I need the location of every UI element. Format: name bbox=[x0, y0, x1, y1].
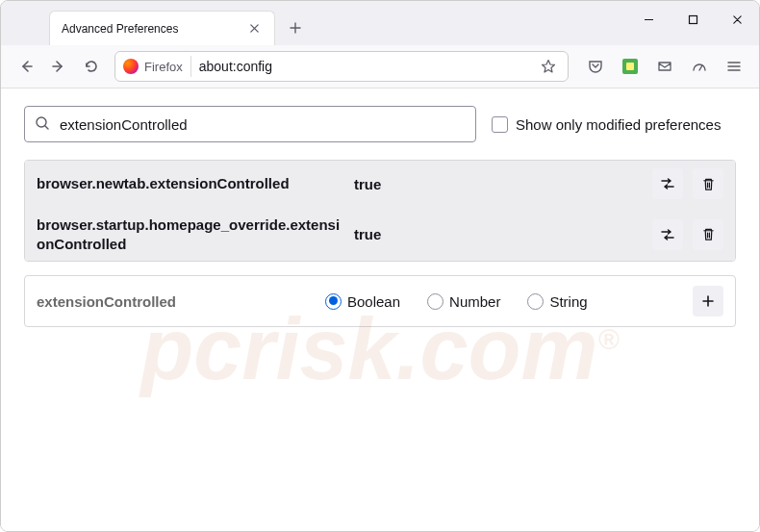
close-tab-button[interactable] bbox=[245, 20, 263, 38]
arrow-right-icon bbox=[51, 59, 66, 74]
preference-actions bbox=[652, 168, 723, 199]
plus-icon bbox=[700, 293, 716, 309]
search-row: Show only modified preferences bbox=[24, 106, 736, 142]
extension-button[interactable] bbox=[615, 51, 646, 82]
radio-label: Number bbox=[449, 293, 500, 310]
toolbar-extensions bbox=[580, 51, 749, 82]
pocket-button[interactable] bbox=[580, 51, 611, 82]
toggle-icon bbox=[660, 227, 675, 242]
minimize-button[interactable] bbox=[626, 1, 671, 38]
results-list: browser.newtab.extensionControlled true … bbox=[24, 160, 736, 262]
toggle-button[interactable] bbox=[652, 168, 683, 199]
preference-actions bbox=[652, 219, 723, 250]
extension-icon bbox=[622, 59, 638, 74]
browser-tab[interactable]: Advanced Preferences bbox=[49, 11, 275, 45]
reload-button[interactable] bbox=[76, 51, 107, 82]
radio-label: Boolean bbox=[347, 293, 400, 310]
delete-button[interactable] bbox=[693, 168, 723, 199]
close-window-button[interactable] bbox=[715, 1, 759, 38]
tab-title: Advanced Preferences bbox=[62, 22, 245, 36]
delete-button[interactable] bbox=[693, 219, 723, 250]
close-icon bbox=[249, 23, 260, 34]
bookmark-button[interactable] bbox=[537, 55, 560, 78]
pocket-icon bbox=[588, 59, 603, 74]
radio-boolean[interactable]: Boolean bbox=[325, 293, 400, 310]
preference-row[interactable]: browser.startup.homepage_override.extens… bbox=[25, 208, 735, 261]
radio-icon bbox=[325, 293, 342, 310]
forward-button[interactable] bbox=[43, 51, 74, 82]
preference-row[interactable]: browser.newtab.extensionControlled true bbox=[25, 161, 735, 208]
hamburger-icon bbox=[726, 59, 742, 74]
window-controls bbox=[626, 1, 759, 38]
add-button[interactable] bbox=[693, 286, 723, 317]
url-bar[interactable]: Firefox about:config bbox=[114, 51, 569, 82]
radio-label: String bbox=[549, 293, 587, 310]
toggle-icon bbox=[660, 176, 675, 191]
page-content: Show only modified preferences browser.n… bbox=[1, 89, 759, 531]
show-modified-checkbox[interactable]: Show only modified preferences bbox=[492, 116, 721, 133]
preference-value: true bbox=[354, 176, 652, 192]
search-input[interactable] bbox=[60, 116, 466, 133]
preference-value: true bbox=[354, 226, 652, 242]
titlebar: Advanced Preferences bbox=[1, 1, 759, 45]
maximize-icon bbox=[688, 14, 698, 25]
browser-window: Advanced Preferences bbox=[0, 0, 760, 532]
firefox-icon bbox=[123, 59, 139, 74]
radio-number[interactable]: Number bbox=[427, 293, 500, 310]
toggle-button[interactable] bbox=[652, 219, 683, 250]
star-icon bbox=[541, 59, 556, 74]
gauge-icon bbox=[692, 59, 707, 74]
checkbox-icon bbox=[492, 116, 508, 133]
radio-icon bbox=[427, 293, 443, 310]
identity-label: Firefox bbox=[144, 60, 183, 74]
svg-point-1 bbox=[37, 117, 46, 127]
trash-icon bbox=[701, 177, 716, 191]
back-button[interactable] bbox=[11, 51, 41, 82]
close-icon bbox=[732, 14, 743, 25]
search-box[interactable] bbox=[24, 106, 476, 142]
type-radio-group: Boolean Number String bbox=[325, 293, 693, 310]
trash-icon bbox=[701, 227, 716, 241]
arrow-left-icon bbox=[18, 59, 34, 74]
app-menu-button[interactable] bbox=[719, 51, 749, 82]
new-tab-button[interactable] bbox=[281, 13, 310, 42]
navigation-toolbar: Firefox about:config bbox=[1, 45, 759, 89]
svg-rect-0 bbox=[689, 15, 697, 23]
mail-button[interactable] bbox=[649, 51, 680, 82]
create-preference-name: extensionControlled bbox=[37, 293, 325, 310]
url-text: about:config bbox=[191, 59, 537, 74]
minimize-icon bbox=[644, 14, 654, 25]
dashboard-button[interactable] bbox=[684, 51, 715, 82]
checkbox-label: Show only modified preferences bbox=[516, 116, 721, 133]
reload-icon bbox=[84, 59, 99, 74]
plus-icon bbox=[289, 21, 302, 35]
radio-string[interactable]: String bbox=[527, 293, 587, 310]
radio-icon bbox=[527, 293, 544, 310]
search-icon bbox=[35, 115, 52, 133]
maximize-button[interactable] bbox=[671, 1, 715, 38]
preference-name: browser.newtab.extensionControlled bbox=[37, 174, 354, 193]
identity-box[interactable]: Firefox bbox=[123, 56, 191, 77]
create-preference-row: extensionControlled Boolean Number Strin… bbox=[24, 275, 736, 327]
preference-name: browser.startup.homepage_override.extens… bbox=[37, 215, 354, 253]
mail-icon bbox=[657, 59, 672, 74]
